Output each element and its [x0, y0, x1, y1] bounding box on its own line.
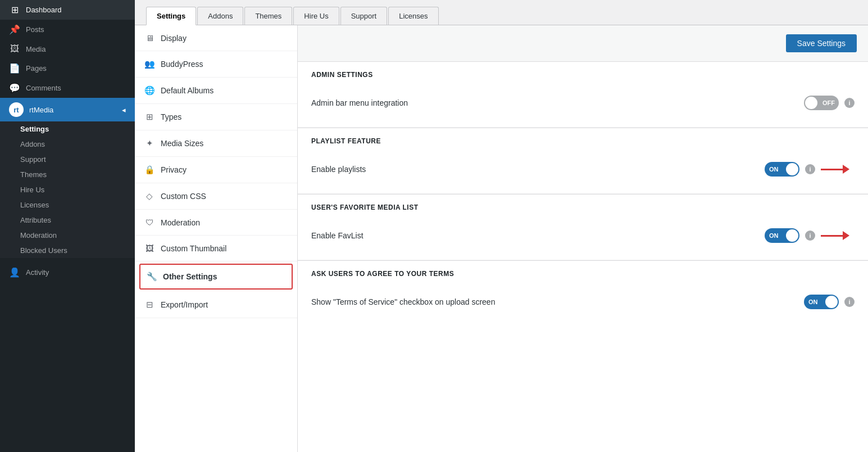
enable-playlists-row: Enable playlists ON i	[311, 154, 855, 184]
left-nav-label: Default Albums	[161, 86, 213, 95]
tab-settings[interactable]: Settings	[146, 7, 196, 25]
activity-icon: 👤	[9, 267, 20, 278]
sidebar-item-label: rtMedia	[29, 106, 53, 114]
left-nav-default-albums[interactable]: 🌐 Default Albums	[135, 78, 297, 104]
left-nav-moderation[interactable]: 🛡 Moderation	[135, 210, 297, 236]
left-nav-display[interactable]: 🖥 Display	[135, 25, 297, 51]
right-panel: Save Settings ADMIN SETTINGS Admin bar m…	[298, 25, 868, 452]
left-nav-label: Custom Thumbnail	[161, 244, 226, 253]
sidebar-item-support[interactable]: Support	[0, 152, 135, 167]
left-nav-label: Media Sizes	[161, 139, 203, 148]
left-nav-buddypress[interactable]: 👥 BuddyPress	[135, 51, 297, 78]
left-nav-export-import[interactable]: ⊟ Export/Import	[135, 292, 297, 318]
sidebar-item-addons[interactable]: Addons	[0, 137, 135, 152]
sidebar-item-attributes[interactable]: Attributes	[0, 213, 135, 228]
favorite-media-title: USER'S FAVORITE MEDIA LIST	[311, 204, 855, 211]
tab-bar: Settings Addons Themes Hire Us Support L…	[135, 0, 868, 25]
admin-bar-menu-row: Admin bar menu integration OFF i	[311, 88, 855, 118]
comments-icon: 💬	[9, 83, 20, 93]
enable-favlist-row: Enable FavList ON i	[311, 220, 855, 251]
enable-playlists-toggle[interactable]: ON	[765, 162, 799, 177]
sidebar-item-label: Addons	[20, 140, 45, 148]
sidebar-item-label: Activity	[26, 268, 49, 277]
toggle-off-label: OFF	[822, 100, 835, 106]
enable-favlist-controls: ON i	[765, 228, 855, 243]
toggle-on-label: ON	[769, 232, 779, 239]
sidebar-item-moderation[interactable]: Moderation	[0, 228, 135, 243]
tab-licenses[interactable]: Licenses	[388, 7, 438, 25]
custom-thumbnail-icon: 🖼	[144, 243, 155, 253]
pages-icon: 📄	[9, 63, 20, 74]
favlist-info-icon[interactable]: i	[805, 230, 815, 241]
playlist-section: PLAYLIST FEATURE Enable playlists ON i	[298, 128, 868, 194]
media-sizes-icon: ✦	[144, 138, 155, 148]
admin-settings-section: ADMIN SETTINGS Admin bar menu integratio…	[298, 62, 868, 128]
left-nav-custom-thumbnail[interactable]: 🖼 Custom Thumbnail	[135, 236, 297, 261]
sidebar-item-posts[interactable]: 📌 Posts	[0, 20, 135, 39]
sidebar-item-licenses[interactable]: Licenses	[0, 197, 135, 213]
left-nav: 🖥 Display 👥 BuddyPress 🌐 Default Albums …	[135, 25, 298, 452]
left-nav-media-sizes[interactable]: ✦ Media Sizes	[135, 130, 297, 157]
toggle-knob	[786, 229, 798, 242]
favlist-arrow-indicator	[821, 230, 855, 241]
left-nav-label: Export/Import	[161, 300, 208, 309]
tos-toggle[interactable]: ON	[804, 295, 839, 309]
toggle-knob	[805, 97, 817, 109]
save-btn-bar: Save Settings	[298, 25, 868, 62]
sidebar-item-blocked-users[interactable]: Blocked Users	[0, 243, 135, 258]
toggle-knob	[825, 296, 838, 308]
left-nav-label: Privacy	[161, 165, 187, 174]
left-nav-other-settings[interactable]: 🔧 Other Settings	[139, 264, 293, 290]
sidebar-item-label: Settings	[20, 125, 49, 133]
sidebar-item-dashboard[interactable]: ⊞ Dashboard	[0, 0, 135, 20]
terms-title: ASK USERS TO AGREE TO YOUR TERMS	[311, 270, 855, 278]
types-icon: ⊞	[144, 112, 155, 122]
tos-row: Show "Terms of Service" checkbox on uplo…	[311, 287, 855, 317]
privacy-icon: 🔒	[144, 165, 155, 175]
sidebar-item-label: Media	[26, 45, 46, 53]
sidebar-item-media[interactable]: 🖼 Media	[0, 39, 135, 58]
sidebar-submenu-rtmedia: Settings Addons Support Themes Hire Us L…	[0, 121, 135, 258]
save-settings-button[interactable]: Save Settings	[786, 34, 857, 52]
admin-bar-menu-toggle[interactable]: OFF	[804, 96, 839, 110]
enable-favlist-toggle[interactable]: ON	[765, 228, 799, 243]
sidebar-item-rtmedia[interactable]: rt rtMedia ◂	[0, 98, 135, 121]
sidebar-item-label: Blocked Users	[20, 246, 67, 255]
enable-playlists-controls: ON i	[765, 162, 855, 177]
default-albums-icon: 🌐	[144, 85, 155, 96]
sidebar-item-label: Posts	[26, 25, 44, 34]
left-nav-types[interactable]: ⊞ Types	[135, 104, 297, 130]
tos-info-icon[interactable]: i	[844, 297, 855, 307]
left-nav-privacy[interactable]: 🔒 Privacy	[135, 157, 297, 183]
chevron-icon: ◂	[122, 106, 126, 114]
sidebar-item-settings[interactable]: Settings	[0, 121, 135, 137]
sidebar-item-activity[interactable]: 👤 Activity	[0, 263, 135, 282]
sidebar-item-pages[interactable]: 📄 Pages	[0, 58, 135, 78]
sidebar-item-label: Attributes	[20, 216, 51, 224]
main-content: Settings Addons Themes Hire Us Support L…	[135, 0, 868, 452]
tab-support[interactable]: Support	[340, 7, 388, 25]
sidebar-item-themes[interactable]: Themes	[0, 167, 135, 182]
admin-bar-info-icon[interactable]: i	[844, 98, 855, 108]
left-nav-label: Display	[161, 34, 187, 43]
sidebar-item-label: Comments	[26, 84, 61, 92]
sidebar-item-label: Moderation	[20, 231, 57, 239]
sidebar-item-hire-us[interactable]: Hire Us	[0, 182, 135, 197]
sidebar-item-label: Licenses	[20, 201, 49, 209]
tab-addons[interactable]: Addons	[197, 7, 243, 25]
admin-settings-title: ADMIN SETTINGS	[311, 71, 855, 79]
sidebar-item-label: Dashboard	[26, 6, 62, 14]
left-nav-custom-css[interactable]: ◇ Custom CSS	[135, 183, 297, 210]
toggle-knob	[786, 163, 798, 175]
tab-hire-us[interactable]: Hire Us	[293, 7, 339, 25]
sidebar-item-comments[interactable]: 💬 Comments	[0, 78, 135, 98]
sidebar-item-label: Hire Us	[20, 186, 44, 194]
content-area: 🖥 Display 👥 BuddyPress 🌐 Default Albums …	[135, 25, 868, 452]
sidebar-item-label: Support	[20, 155, 46, 164]
tab-themes[interactable]: Themes	[244, 7, 292, 25]
custom-css-icon: ◇	[144, 191, 155, 201]
playlists-info-icon[interactable]: i	[805, 164, 815, 174]
left-nav-label: Other Settings	[163, 272, 217, 281]
sidebar-item-label: Pages	[26, 64, 47, 73]
enable-favlist-label: Enable FavList	[311, 231, 363, 240]
